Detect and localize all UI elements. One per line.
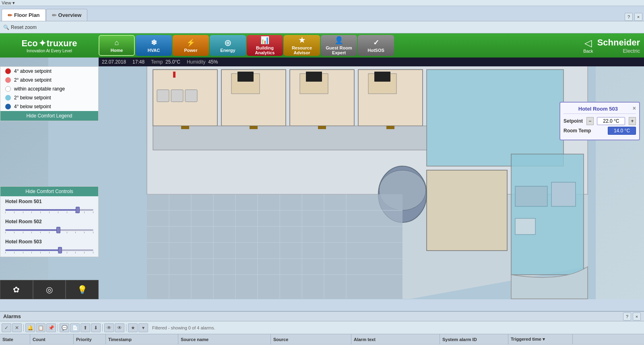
nav-hvac-button[interactable]: ❄ HVAC [136, 35, 172, 56]
logo-area: Eco ✦ truxure Innovation At Every Level [0, 37, 99, 55]
popup-setpoint-row: Setpoint − 22.0 °C + [564, 117, 636, 125]
alarms-header: Alarms ? × [0, 312, 644, 321]
resource-icon: ★ [299, 36, 305, 45]
alarms-title: Alarms [3, 313, 623, 319]
building-icon: 📊 [260, 36, 269, 45]
room-502-name: Hotel Room 502 [5, 219, 93, 224]
setpoint-value: 22.0 °C [597, 117, 625, 125]
alarm-view2-button[interactable]: 👁 [115, 323, 124, 332]
alarms-close-icon[interactable]: × [633, 313, 641, 321]
col-header-priority[interactable]: Priority [74, 334, 106, 344]
nav-resource-button[interactable]: ★ Resource Advisor [284, 35, 320, 56]
humidity-value: 45% [208, 59, 218, 65]
legend-panel: 4° above setpoint 2° above setpoint with… [0, 66, 99, 121]
col-header-timestamp[interactable]: Timestamp [106, 334, 178, 344]
svg-rect-41 [173, 72, 175, 78]
alarm-list-button[interactable]: 📋 [36, 323, 45, 332]
alarm-dismiss-button[interactable]: ✕ [12, 323, 22, 332]
home-icon: ⌂ [115, 39, 119, 47]
col-header-sourcename[interactable]: Source name [178, 334, 271, 344]
setpoint-increment[interactable]: + [629, 117, 636, 125]
toolbar-sep-3 [102, 324, 103, 331]
svg-rect-44 [515, 218, 535, 234]
hide-controls-button[interactable]: Hide Comfort Controls [0, 187, 98, 196]
nav-guest-label: Guest Room Expert [321, 45, 357, 55]
room-502-control: Hotel Room 502 [0, 216, 98, 237]
nav-home-label: Home [111, 48, 123, 53]
alarm-ack-button[interactable]: ✓ [2, 323, 11, 332]
legend-dot-white [5, 86, 11, 92]
schneider-sub: Electric [597, 48, 640, 54]
reset-zoom-button[interactable]: 🔍 Reset zoom [3, 25, 37, 30]
alarm-up-button[interactable]: ⬆ [80, 323, 90, 332]
hide-legend-button[interactable]: Hide Comfort Legend [0, 111, 98, 121]
floor-plan-tab-icon: ✏ [8, 12, 12, 19]
time-display: 17:48 [132, 59, 144, 65]
logo-icon: ✦ [39, 38, 46, 49]
tab-overview[interactable]: ✏ Overview [46, 9, 88, 21]
alarm-doc-button[interactable]: 📄 [70, 323, 80, 332]
tab-floor-plan[interactable]: ✏ Floor Plan [2, 9, 46, 21]
tab-bar-right: ? × [625, 13, 642, 21]
col-header-triggered[interactable]: Triggered time ▾ [508, 334, 573, 344]
light-icon: 💡 [77, 285, 87, 294]
alarm-comment-button[interactable]: 💬 [60, 323, 69, 332]
overview-tab-icon: ✏ [52, 12, 57, 19]
col-header-source[interactable]: Source [271, 334, 351, 344]
room-502-fill [5, 229, 58, 231]
nav-buttons: ⌂ Home ❄ HVAC ⚡ Power ◎ Energy 📊 Buildin… [99, 35, 579, 56]
legend-dot-red [5, 68, 11, 74]
nav-hotsos-button[interactable]: ✓ HotSOS [358, 35, 394, 56]
svg-rect-9 [181, 126, 189, 129]
col-header-sysalarmid[interactable]: System alarm ID [440, 334, 508, 344]
nav-energy-button[interactable]: ◎ Energy [210, 35, 246, 56]
help-icon[interactable]: ? [625, 13, 633, 21]
hvac-icon: ❄ [151, 38, 157, 47]
thermostat-icon: ◎ [46, 285, 53, 294]
alarms-help-icon[interactable]: ? [623, 313, 631, 321]
view-menu[interactable]: View ▾ [2, 0, 15, 6]
close-icon[interactable]: × [634, 13, 642, 21]
roomtemp-value: 14.0 °C [608, 127, 636, 135]
tab-floor-plan-label: Floor Plan [14, 12, 40, 18]
alarm-view1-button[interactable]: 👁 [104, 323, 114, 332]
svg-rect-40 [374, 72, 390, 82]
guest-icon: 👤 [334, 36, 343, 45]
nav-home-button[interactable]: ⌂ Home [99, 35, 135, 56]
alarm-filter-button[interactable]: ▾ [138, 323, 148, 332]
room-503-ticks [5, 252, 93, 253]
light-button[interactable]: 💡 [66, 280, 99, 299]
col-header-count[interactable]: Count [30, 334, 74, 344]
logo-subtitle: Innovation At Every Level [27, 49, 72, 53]
toolbar-sep-4 [126, 324, 126, 331]
svg-rect-43 [551, 182, 576, 206]
back-label: Back [583, 49, 593, 53]
alarm-down-button[interactable]: ⬇ [91, 323, 101, 332]
room-503-fill [5, 249, 60, 251]
col-header-alarmtext[interactable]: Alarm text [351, 334, 440, 344]
legend-label-darkblue: 4° below setpoint [14, 104, 51, 109]
svg-rect-13 [427, 170, 507, 251]
nav-hvac-label: HVAC [148, 48, 160, 53]
room-501-slider-container [5, 206, 93, 214]
thermostat-button[interactable]: ◎ [33, 280, 66, 299]
back-button[interactable]: ◁ Back [579, 37, 597, 53]
popup-close-button[interactable]: × [633, 105, 636, 111]
alarm-star-button[interactable]: ★ [128, 323, 138, 332]
green-nav-bar: Eco ✦ truxure Innovation At Every Level … [0, 33, 644, 58]
col-header-state[interactable]: State [0, 334, 30, 344]
svg-rect-39 [306, 72, 322, 82]
popup-title-text: Hotel Room 503 [578, 106, 618, 112]
nav-power-button[interactable]: ⚡ Power [173, 35, 209, 56]
legend-dot-lightblue [5, 95, 11, 101]
alarm-bell-button[interactable]: 🔔 [25, 323, 35, 332]
svg-rect-10 [250, 126, 258, 129]
nav-guest-button[interactable]: 👤 Guest Room Expert [321, 35, 357, 56]
back-arrow-icon: ◁ [584, 37, 592, 49]
alarm-pin-button[interactable]: 📌 [46, 323, 56, 332]
setpoint-decrement[interactable]: − [586, 117, 594, 125]
fan-button[interactable]: ✿ [0, 280, 33, 299]
room-501-fill [5, 209, 78, 211]
svg-rect-8 [153, 126, 427, 150]
nav-building-button[interactable]: 📊 Building Analytics [247, 35, 283, 56]
